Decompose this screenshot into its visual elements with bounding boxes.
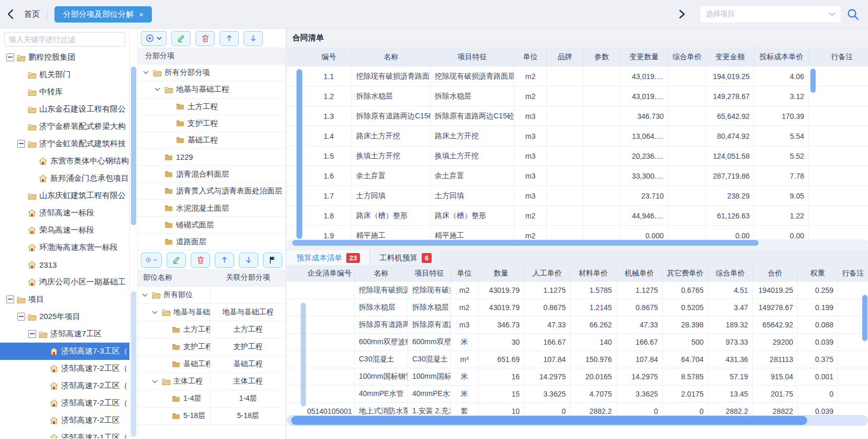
division-tree-item[interactable]: 沥青贯入式与沥青表面处治面层 bbox=[138, 183, 285, 200]
division-tree-item[interactable]: 沥青混合料面层 bbox=[138, 166, 285, 183]
add-button[interactable] bbox=[141, 31, 167, 46]
tree-item[interactable]: 中转库 bbox=[0, 83, 129, 101]
delete-button[interactable] bbox=[191, 253, 210, 268]
division-tree-item[interactable]: 基础工程 bbox=[138, 132, 285, 149]
budget-table-row[interactable]: 拆除原有道路两边C15砼 拆除原有道路两边C15砼 m3 346.73 47.3… bbox=[287, 316, 868, 334]
move-down-button[interactable] bbox=[239, 253, 258, 268]
division-tree-item[interactable]: 所有分部分项 bbox=[138, 64, 285, 81]
division-tree-item[interactable]: 道路面层 bbox=[138, 234, 285, 250]
contract-table-row[interactable]: 1.5 换填土方开挖 换填土方开挖 m3 20,236.… 124,051.58… bbox=[287, 146, 868, 166]
edit-button[interactable] bbox=[171, 31, 191, 46]
division-tree-item[interactable]: 1229 bbox=[138, 149, 285, 166]
budget-table-row[interactable]: 600mm双壁波纹管 600mm双壁波纹管 米 30 166.67 140 16… bbox=[287, 334, 868, 351]
folder-icon bbox=[172, 344, 183, 350]
tab-home[interactable]: 首页 bbox=[24, 9, 40, 19]
tree-item[interactable]: 机关部门 bbox=[0, 66, 129, 83]
contract-table-row[interactable]: 1.3 拆除原有道路两边C15砼 拆除原有道路两边C15砼 m3 346.730… bbox=[287, 106, 868, 126]
position-tree-item[interactable]: 1-4层 1-4层 bbox=[138, 390, 285, 408]
division-tree-item[interactable]: 铺砌式面层 bbox=[138, 217, 285, 234]
expander-icon[interactable] bbox=[28, 330, 39, 338]
contract-table-row[interactable]: 1.4 路床土方开挖 路床土方开挖 m3 13,064.… 80,474.92 … bbox=[287, 126, 868, 146]
expander-icon[interactable] bbox=[17, 313, 28, 321]
contract-table-row[interactable]: 1.1 挖除现有破损沥青路面层 挖除现有破损沥青路面层 m2 43,019.… … bbox=[287, 67, 868, 86]
contract-table-row[interactable]: 1.6 余土弃置 余土弃置 m3 33,300.… 287,719.86 7.7… bbox=[287, 166, 868, 186]
tree-item[interactable]: 东营市奥体中心钢结构 bbox=[0, 152, 129, 170]
budget-table-row[interactable]: 100mm国标钢管 100mm国标钢管 米 16 14.2975 20.0165… bbox=[287, 368, 868, 386]
scrollbar-thumb[interactable] bbox=[301, 303, 306, 407]
delete-button[interactable] bbox=[195, 31, 215, 46]
budget-table-row[interactable]: 拆除水稳层 拆除水稳层 m2 43019.79 0.8675 1.2145 0.… bbox=[287, 299, 868, 316]
chevron-down-icon[interactable] bbox=[152, 311, 162, 314]
horizontal-scrollbar-thumb[interactable] bbox=[291, 416, 807, 425]
budget-table-row[interactable]: 40mmPE水管 40mmPE水管 米 15 3.3625 4.7075 3.3… bbox=[287, 386, 868, 403]
contract-table-row[interactable]: 1.8 路床（槽）整形 路床（槽）整形 m2 44,946.… 61,126.6… bbox=[287, 206, 868, 226]
tree-item[interactable]: 济邹高速7-2工区（ bbox=[0, 377, 129, 394]
scrollbar-thumb[interactable] bbox=[810, 69, 816, 93]
tree-item[interactable]: 济邹高速7-1工区（ bbox=[0, 429, 129, 438]
move-up-button[interactable] bbox=[219, 31, 239, 46]
scrollbar-thumb[interactable] bbox=[862, 295, 867, 341]
budget-table-row[interactable]: C30混凝土 C30混凝土 m³ 651.69 107.84 150.976 1… bbox=[287, 351, 868, 368]
horizontal-scrollbar-track[interactable] bbox=[287, 239, 868, 246]
chevron-down-icon[interactable] bbox=[152, 380, 162, 383]
scrollbar-thumb[interactable] bbox=[131, 67, 136, 225]
tree-item[interactable]: 济邹高速7-2工区（ bbox=[0, 360, 129, 377]
position-tree-item[interactable]: 5-18层 5-18层 bbox=[138, 408, 285, 425]
contract-table-row[interactable]: 1.2 拆除水稳层 拆除水稳层 m2 43,019.… 149,278.67 3… bbox=[287, 86, 868, 106]
move-up-button[interactable] bbox=[215, 253, 234, 268]
division-tree-item[interactable]: 支护工程 bbox=[138, 115, 285, 132]
tree-item[interactable]: 项目 bbox=[0, 291, 129, 308]
position-tree-item[interactable]: 所有部位 bbox=[138, 287, 285, 304]
position-tree-item[interactable]: 主体工程 主体工程 bbox=[138, 373, 285, 390]
horizontal-scrollbar-thumb[interactable] bbox=[292, 240, 759, 246]
tree-item[interactable]: 济宁金桥装配式桥梁大构 bbox=[0, 118, 129, 135]
back-button[interactable] bbox=[7, 9, 14, 19]
chevron-down-icon[interactable] bbox=[155, 87, 164, 91]
position-tree-item[interactable]: 地基与基础工程 地基与基础工程 bbox=[138, 304, 285, 321]
division-tree-item[interactable]: 地基与基础工程 bbox=[138, 81, 285, 98]
tree-item[interactable]: 山东金石建设工程有限公 bbox=[0, 101, 129, 118]
tree-item[interactable]: 济宁金虹装配式建筑科技 bbox=[0, 135, 129, 152]
tree-item[interactable]: 济邹高速一标段 bbox=[0, 204, 129, 222]
tree-item[interactable]: 鸿庆公司小区一期基础工 bbox=[0, 273, 129, 291]
flag-button[interactable] bbox=[263, 253, 282, 268]
tree-item[interactable]: 2025年项目 bbox=[0, 308, 129, 325]
tree-item[interactable]: 济邹高速7-3工区（ bbox=[0, 343, 129, 360]
position-tree-item[interactable]: 基础工程 基础工程 bbox=[138, 356, 285, 373]
close-tab-icon[interactable]: × bbox=[139, 10, 144, 19]
tree-item[interactable]: 济邹高速7工区 bbox=[0, 325, 129, 343]
project-select[interactable]: 选择项目 bbox=[700, 5, 841, 23]
chevron-down-icon[interactable] bbox=[142, 293, 152, 297]
edit-button[interactable] bbox=[167, 253, 186, 268]
expand-tabs-button[interactable] bbox=[679, 10, 685, 18]
tree-item[interactable]: 济邹高速7-2工区 bbox=[0, 412, 129, 429]
division-tree-item[interactable]: 土方工程 bbox=[138, 98, 285, 115]
tree-item[interactable]: 山东庆虹建筑工程有限公 bbox=[0, 187, 129, 204]
tree-filter-input[interactable] bbox=[4, 32, 125, 47]
chevron-down-icon[interactable] bbox=[143, 71, 153, 74]
move-down-button[interactable] bbox=[244, 31, 263, 46]
budget-table-row[interactable]: 挖除现有破损沥青路面层 挖除现有破损沥青路面层 m2 43019.79 1.12… bbox=[287, 282, 868, 299]
tree-item[interactable]: 环渤海高速东营一标段 bbox=[0, 239, 129, 256]
tab-active-decomposition[interactable]: 分部分项及部位分解 × bbox=[54, 6, 152, 23]
scrollbar-thumb[interactable] bbox=[131, 291, 136, 437]
division-tree-item[interactable]: 水泥混凝土面层 bbox=[138, 200, 285, 216]
tab-labor-material-budget[interactable]: 工料机预算 6 bbox=[369, 250, 442, 265]
horizontal-scrollbar-track[interactable] bbox=[287, 415, 868, 426]
tree-item[interactable]: 济邹高速7-2工区（ bbox=[0, 394, 129, 412]
position-tree-item[interactable]: 支护工程 支护工程 bbox=[138, 338, 285, 356]
tree-item[interactable]: 2313 bbox=[0, 256, 129, 273]
expander-icon[interactable] bbox=[17, 140, 28, 148]
tab-budget-cost-list[interactable]: 预算成本清单 23 bbox=[287, 250, 369, 265]
cell-code: 1.4 bbox=[306, 126, 352, 146]
tree-item[interactable]: 新邦涌金门总承包项目 bbox=[0, 170, 129, 187]
contract-table-row[interactable]: 1.7 土方回填 土方回填 m3 23.710 238.29 9.05 bbox=[287, 186, 868, 206]
search-button[interactable] bbox=[847, 8, 860, 21]
expander-icon[interactable] bbox=[6, 295, 17, 303]
tree-item[interactable]: 鹏程控股集团 bbox=[0, 49, 129, 66]
add-button[interactable] bbox=[141, 253, 162, 268]
scrollbar-thumb[interactable] bbox=[296, 69, 302, 239]
tree-item[interactable]: 荣乌高速一标段 bbox=[0, 222, 129, 239]
expander-icon[interactable] bbox=[6, 53, 17, 61]
position-tree-item[interactable]: 土方工程 土方工程 bbox=[138, 321, 285, 338]
